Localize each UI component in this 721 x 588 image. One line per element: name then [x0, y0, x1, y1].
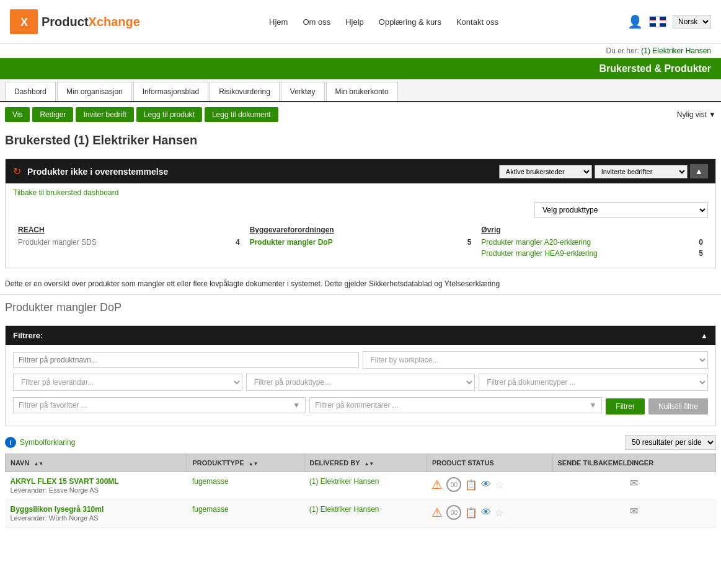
- inviterte-bedrifter-select[interactable]: Inviterte bedrifter: [595, 165, 688, 178]
- row2-view-icon[interactable]: 👁: [481, 507, 491, 518]
- tab-informasjonsblad[interactable]: Informasjonsblad: [133, 82, 208, 101]
- row1-product-type: fugemasse: [187, 472, 304, 500]
- row2-doc-icon[interactable]: 📋: [465, 507, 477, 519]
- filter-row-3: Filtrer på favoritter ... ▼ Filtrer på k…: [13, 396, 708, 415]
- location-bar: Du er her: (1) Elektriker Hansen: [0, 44, 721, 58]
- product-type-row: Velg produkttype: [13, 202, 708, 218]
- main-nav: Hjem Om oss Hjelp Opplæring & kurs Konta…: [269, 17, 498, 27]
- favorites-dropdown-icon: ▼: [293, 401, 300, 410]
- row1-star-icon[interactable]: ☆: [495, 479, 503, 491]
- col-produkttype[interactable]: PRODUKTTYPE ▲▼: [187, 454, 304, 472]
- row1-count-badge: 00: [446, 477, 461, 492]
- compliance-box: ↻ Produkter ikke i overenstemmelse Aktiv…: [5, 159, 716, 268]
- row2-warning-icon: ⚠: [431, 505, 443, 520]
- results-select[interactable]: 50 resultater per side: [625, 435, 716, 450]
- nav-om-oss[interactable]: Om oss: [303, 17, 330, 27]
- nav-hjelp[interactable]: Hjelp: [345, 17, 364, 27]
- language-select[interactable]: Norsk: [673, 15, 711, 29]
- ovrig-a20-link[interactable]: Produkter mangler A20-erklæring: [481, 238, 591, 247]
- row1-view-icon[interactable]: 👁: [481, 479, 491, 490]
- flag-icon: [649, 16, 666, 27]
- byggvare-dop-link[interactable]: Produkter mangler DoP: [250, 238, 333, 247]
- legg-til-dokument-button[interactable]: Legg til dokument: [205, 107, 278, 122]
- ovrig-hea9-item: Produkter mangler HEA9-erklæring 5: [481, 249, 703, 258]
- reach-sds-item: Produkter mangler SDS 4: [18, 238, 240, 247]
- row1-name-cell: AKRYL FLEX 15 SVART 300ML Leverandør: Es…: [6, 472, 187, 500]
- favorites-filter[interactable]: Filtrer på favoritter ... ▼: [13, 397, 306, 413]
- compliance-selects: Aktive brukersteder Inviterte bedrifter …: [499, 164, 708, 178]
- refresh-icon[interactable]: ↻: [13, 165, 21, 177]
- row2-delivered-by: (1) Elektriker Hansen: [304, 500, 427, 528]
- comments-filter[interactable]: Filtrer på kommentarer ... ▼: [309, 397, 602, 413]
- ovrig-hea9-link[interactable]: Produkter mangler HEA9-erklæring: [481, 249, 597, 258]
- tab-navigation: Dashbord Min organisasjon Informasjonsbl…: [0, 79, 721, 102]
- recently-viewed[interactable]: Nylig vist ▼: [677, 110, 716, 119]
- symbolforklaring-link[interactable]: i Symbolforklaring: [5, 437, 75, 448]
- row1-product-link[interactable]: AKRYL FLEX 15 SVART 300ML: [11, 477, 119, 486]
- col-navn-label: NAVN: [11, 459, 29, 467]
- vis-button[interactable]: Vis: [5, 107, 30, 122]
- nav-opplaering[interactable]: Opplæring & kurs: [379, 17, 441, 27]
- row2-delivered-label: (1) Elektriker Hansen: [309, 505, 379, 514]
- col-navn[interactable]: NAVN ▲▼: [6, 454, 187, 472]
- rediger-button[interactable]: Rediger: [32, 107, 73, 122]
- info-icon: i: [5, 437, 16, 448]
- filter-toggle-icon[interactable]: ▲: [701, 331, 708, 340]
- recently-viewed-arrow: ▼: [709, 110, 716, 119]
- inviter-bedrift-button[interactable]: Inviter bedrift: [76, 107, 133, 122]
- tab-verktoy[interactable]: Verktøy: [281, 82, 325, 101]
- tab-dashbord[interactable]: Dashbord: [5, 82, 56, 101]
- row1-doc-icon[interactable]: 📋: [465, 479, 477, 491]
- col-delivered-by[interactable]: DELIVERED BY ▲▼: [304, 454, 427, 472]
- nav-kontakt[interactable]: Kontakt oss: [456, 17, 498, 27]
- compliance-header: ↻ Produkter ikke i overenstemmelse Aktiv…: [6, 159, 715, 183]
- filter-button[interactable]: Filtrer: [606, 398, 645, 415]
- row2-star-icon[interactable]: ☆: [495, 507, 503, 519]
- product-type-filter[interactable]: Filtrer på produkttype...: [246, 374, 476, 391]
- col-sende-label: SENDE TILBAKEMELDINGER: [558, 459, 654, 467]
- byggvare-category: Byggevareforordningen Produkter mangler …: [245, 223, 477, 263]
- recently-viewed-label: Nylig vist: [677, 110, 707, 119]
- tab-min-brukerkonto[interactable]: Min brukerkonto: [326, 82, 398, 101]
- legg-til-produkt-button[interactable]: Legg til produkt: [136, 107, 202, 122]
- tab-min-organisasjon[interactable]: Min organisasjon: [57, 82, 132, 101]
- byggvare-dop-item: Produkter mangler DoP 5: [250, 238, 472, 247]
- row2-type-label: fugemasse: [192, 505, 229, 514]
- row1-send-icon[interactable]: ✉: [630, 478, 638, 488]
- product-type-select[interactable]: Velg produkttype: [534, 202, 708, 218]
- logo-icon: X: [10, 9, 38, 34]
- compliance-toggle-button[interactable]: ▲: [690, 164, 708, 178]
- compliance-categories: REACH Produkter mangler SDS 4 Byggevaref…: [13, 223, 708, 263]
- doc-type-filter[interactable]: Filtrer på dokumenttyper ...: [479, 374, 708, 391]
- brand-name-part2: Xchange: [89, 15, 140, 29]
- col-delivered-sort: ▲▼: [364, 461, 374, 467]
- row2-product-type: fugemasse: [187, 500, 304, 528]
- filter-row-1: Filter by workplace...: [13, 351, 708, 369]
- nav-hjem[interactable]: Hjem: [269, 17, 288, 27]
- back-link[interactable]: Tilbake til brukersted dashboard: [13, 188, 118, 197]
- byggvare-header: Byggevareforordningen: [250, 226, 472, 234]
- row2-product-link[interactable]: Byggsilikon lysegrå 310ml: [11, 505, 104, 514]
- reset-filter-button[interactable]: Nullstill filtre: [648, 398, 708, 415]
- ovrig-header: Øvrig: [481, 226, 703, 234]
- section-title: Produkter mangler DoP: [0, 294, 721, 320]
- col-navn-sort: ▲▼: [33, 461, 43, 467]
- brand-name-part1: Product: [42, 15, 89, 29]
- supplier-filter[interactable]: Filtrer på leverandør...: [13, 374, 242, 391]
- reach-sds-link[interactable]: Produkter mangler SDS: [18, 238, 97, 247]
- row1-status: ⚠ 00 📋 👁 ☆: [427, 472, 552, 500]
- location-link[interactable]: (1) Elektriker Hansen: [641, 46, 711, 55]
- table-header-row: NAVN ▲▼ PRODUKTTYPE ▲▼ DELIVERED BY ▲▼ P…: [6, 454, 716, 472]
- active-brukersteder-select[interactable]: Aktive brukersteder: [499, 165, 592, 178]
- reach-sds-count: 4: [236, 238, 240, 247]
- tab-risikovurdering[interactable]: Risikovurdering: [210, 82, 280, 101]
- product-name-filter[interactable]: [13, 352, 359, 368]
- row2-send-cell: ✉: [552, 500, 715, 528]
- favorites-placeholder: Filtrer på favoritter ...: [19, 401, 87, 410]
- col-sende: SENDE TILBAKEMELDINGER: [552, 454, 715, 472]
- row2-send-icon[interactable]: ✉: [630, 506, 638, 516]
- row1-status-icons: ⚠ 00 📋 👁 ☆: [431, 477, 547, 492]
- data-table: NAVN ▲▼ PRODUKTTYPE ▲▼ DELIVERED BY ▲▼ P…: [5, 454, 716, 528]
- ovrig-hea9-count: 5: [699, 249, 703, 258]
- workplace-filter[interactable]: Filter by workplace...: [363, 351, 709, 369]
